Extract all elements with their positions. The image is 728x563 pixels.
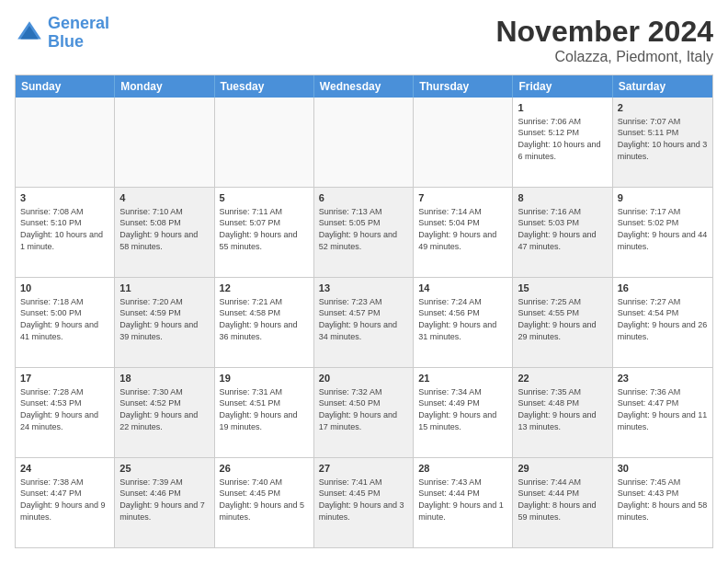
day-number: 14 xyxy=(418,282,507,295)
day-info: Sunrise: 7:11 AM Sunset: 5:07 PM Dayligh… xyxy=(220,206,309,252)
day-number: 10 xyxy=(20,282,109,295)
calendar-cell: 9Sunrise: 7:17 AM Sunset: 5:02 PM Daylig… xyxy=(613,188,712,277)
header: General Blue November 2024 Colazza, Pied… xyxy=(15,15,713,65)
day-number: 2 xyxy=(618,101,708,115)
day-info: Sunrise: 7:23 AM Sunset: 4:57 PM Dayligh… xyxy=(319,296,408,342)
calendar-cell: 11Sunrise: 7:20 AM Sunset: 4:59 PM Dayli… xyxy=(115,278,214,367)
calendar-cell: 15Sunrise: 7:25 AM Sunset: 4:55 PM Dayli… xyxy=(513,278,612,367)
day-info: Sunrise: 7:18 AM Sunset: 5:00 PM Dayligh… xyxy=(20,296,109,342)
day-info: Sunrise: 7:41 AM Sunset: 4:45 PM Dayligh… xyxy=(319,477,408,523)
calendar-cell: 24Sunrise: 7:38 AM Sunset: 4:47 PM Dayli… xyxy=(16,458,115,547)
day-number: 3 xyxy=(20,191,109,205)
calendar-body: 1Sunrise: 7:06 AM Sunset: 5:12 PM Daylig… xyxy=(16,98,712,547)
day-info: Sunrise: 7:16 AM Sunset: 5:03 PM Dayligh… xyxy=(518,206,607,252)
calendar-cell xyxy=(314,98,414,187)
day-info: Sunrise: 7:31 AM Sunset: 4:51 PM Dayligh… xyxy=(220,386,309,432)
day-info: Sunrise: 7:08 AM Sunset: 5:10 PM Dayligh… xyxy=(20,206,109,252)
calendar-row-0: 1Sunrise: 7:06 AM Sunset: 5:12 PM Daylig… xyxy=(16,98,712,187)
weekday-header-monday: Monday xyxy=(115,75,214,98)
calendar: SundayMondayTuesdayWednesdayThursdayFrid… xyxy=(15,75,713,548)
weekday-header-tuesday: Tuesday xyxy=(215,75,314,98)
calendar-cell: 25Sunrise: 7:39 AM Sunset: 4:46 PM Dayli… xyxy=(115,458,214,547)
calendar-cell: 18Sunrise: 7:30 AM Sunset: 4:52 PM Dayli… xyxy=(115,368,214,457)
day-info: Sunrise: 7:44 AM Sunset: 4:44 PM Dayligh… xyxy=(518,477,607,523)
day-number: 15 xyxy=(518,282,607,295)
calendar-cell: 1Sunrise: 7:06 AM Sunset: 5:12 PM Daylig… xyxy=(513,98,612,187)
calendar-cell: 27Sunrise: 7:41 AM Sunset: 4:45 PM Dayli… xyxy=(314,458,414,547)
day-info: Sunrise: 7:07 AM Sunset: 5:11 PM Dayligh… xyxy=(618,116,708,162)
calendar-cell: 12Sunrise: 7:21 AM Sunset: 4:58 PM Dayli… xyxy=(215,278,314,367)
calendar-cell: 16Sunrise: 7:27 AM Sunset: 4:54 PM Dayli… xyxy=(613,278,712,367)
day-number: 6 xyxy=(319,191,408,205)
day-number: 28 xyxy=(418,462,507,476)
day-number: 18 xyxy=(119,372,209,385)
weekday-header-friday: Friday xyxy=(513,75,612,98)
calendar-cell: 21Sunrise: 7:34 AM Sunset: 4:49 PM Dayli… xyxy=(414,368,513,457)
day-number: 20 xyxy=(319,372,408,385)
day-info: Sunrise: 7:20 AM Sunset: 4:59 PM Dayligh… xyxy=(119,296,209,342)
calendar-cell: 2Sunrise: 7:07 AM Sunset: 5:11 PM Daylig… xyxy=(613,98,712,187)
weekday-header-saturday: Saturday xyxy=(613,75,712,98)
day-number: 22 xyxy=(518,372,607,385)
day-number: 19 xyxy=(220,372,309,385)
month-title: November 2024 xyxy=(495,15,713,49)
calendar-cell: 22Sunrise: 7:35 AM Sunset: 4:48 PM Dayli… xyxy=(513,368,612,457)
day-info: Sunrise: 7:43 AM Sunset: 4:44 PM Dayligh… xyxy=(418,477,507,523)
day-info: Sunrise: 7:06 AM Sunset: 5:12 PM Dayligh… xyxy=(518,116,607,162)
day-number: 16 xyxy=(618,282,708,295)
calendar-cell: 14Sunrise: 7:24 AM Sunset: 4:56 PM Dayli… xyxy=(414,278,513,367)
day-info: Sunrise: 7:40 AM Sunset: 4:45 PM Dayligh… xyxy=(220,477,309,523)
day-number: 1 xyxy=(518,101,607,115)
calendar-cell: 19Sunrise: 7:31 AM Sunset: 4:51 PM Dayli… xyxy=(215,368,314,457)
day-number: 23 xyxy=(618,372,708,385)
calendar-row-3: 17Sunrise: 7:28 AM Sunset: 4:53 PM Dayli… xyxy=(16,367,712,457)
day-info: Sunrise: 7:36 AM Sunset: 4:47 PM Dayligh… xyxy=(618,386,708,432)
day-number: 7 xyxy=(418,191,507,205)
day-info: Sunrise: 7:25 AM Sunset: 4:55 PM Dayligh… xyxy=(518,296,607,342)
title-block: November 2024 Colazza, Piedmont, Italy xyxy=(495,15,713,65)
day-number: 25 xyxy=(119,462,209,476)
calendar-cell xyxy=(414,98,513,187)
weekday-header-wednesday: Wednesday xyxy=(314,75,414,98)
calendar-cell: 10Sunrise: 7:18 AM Sunset: 5:00 PM Dayli… xyxy=(16,278,115,367)
day-number: 30 xyxy=(618,462,708,476)
calendar-cell: 3Sunrise: 7:08 AM Sunset: 5:10 PM Daylig… xyxy=(16,188,115,277)
day-info: Sunrise: 7:10 AM Sunset: 5:08 PM Dayligh… xyxy=(119,206,209,252)
weekday-header-thursday: Thursday xyxy=(414,75,513,98)
day-number: 27 xyxy=(319,462,408,476)
calendar-row-2: 10Sunrise: 7:18 AM Sunset: 5:00 PM Dayli… xyxy=(16,277,712,367)
day-number: 21 xyxy=(418,372,507,385)
day-info: Sunrise: 7:30 AM Sunset: 4:52 PM Dayligh… xyxy=(119,386,209,432)
day-info: Sunrise: 7:13 AM Sunset: 5:05 PM Dayligh… xyxy=(319,206,408,252)
calendar-cell xyxy=(115,98,214,187)
logo-line1: General xyxy=(48,14,109,32)
day-info: Sunrise: 7:17 AM Sunset: 5:02 PM Dayligh… xyxy=(618,206,708,252)
page: General Blue November 2024 Colazza, Pied… xyxy=(0,0,728,563)
calendar-cell: 29Sunrise: 7:44 AM Sunset: 4:44 PM Dayli… xyxy=(513,458,612,547)
calendar-cell xyxy=(215,98,314,187)
day-info: Sunrise: 7:28 AM Sunset: 4:53 PM Dayligh… xyxy=(20,386,109,432)
calendar-cell: 4Sunrise: 7:10 AM Sunset: 5:08 PM Daylig… xyxy=(115,188,214,277)
calendar-cell: 20Sunrise: 7:32 AM Sunset: 4:50 PM Dayli… xyxy=(314,368,414,457)
day-info: Sunrise: 7:35 AM Sunset: 4:48 PM Dayligh… xyxy=(518,386,607,432)
location: Colazza, Piedmont, Italy xyxy=(495,49,713,65)
weekday-header-sunday: Sunday xyxy=(16,75,115,98)
day-number: 11 xyxy=(119,282,209,295)
calendar-header: SundayMondayTuesdayWednesdayThursdayFrid… xyxy=(16,75,712,98)
logo: General Blue xyxy=(15,15,109,52)
calendar-cell: 13Sunrise: 7:23 AM Sunset: 4:57 PM Dayli… xyxy=(314,278,414,367)
logo-icon xyxy=(15,18,44,48)
day-number: 24 xyxy=(20,462,109,476)
day-number: 5 xyxy=(220,191,309,205)
calendar-cell: 23Sunrise: 7:36 AM Sunset: 4:47 PM Dayli… xyxy=(613,368,712,457)
logo-line2: Blue xyxy=(48,32,84,51)
calendar-cell: 6Sunrise: 7:13 AM Sunset: 5:05 PM Daylig… xyxy=(314,188,414,277)
day-info: Sunrise: 7:45 AM Sunset: 4:43 PM Dayligh… xyxy=(618,477,708,523)
calendar-row-4: 24Sunrise: 7:38 AM Sunset: 4:47 PM Dayli… xyxy=(16,457,712,547)
day-info: Sunrise: 7:39 AM Sunset: 4:46 PM Dayligh… xyxy=(119,477,209,523)
logo-text: General Blue xyxy=(48,15,109,52)
day-number: 17 xyxy=(20,372,109,385)
day-info: Sunrise: 7:32 AM Sunset: 4:50 PM Dayligh… xyxy=(319,386,408,432)
day-number: 4 xyxy=(119,191,209,205)
calendar-cell: 17Sunrise: 7:28 AM Sunset: 4:53 PM Dayli… xyxy=(16,368,115,457)
